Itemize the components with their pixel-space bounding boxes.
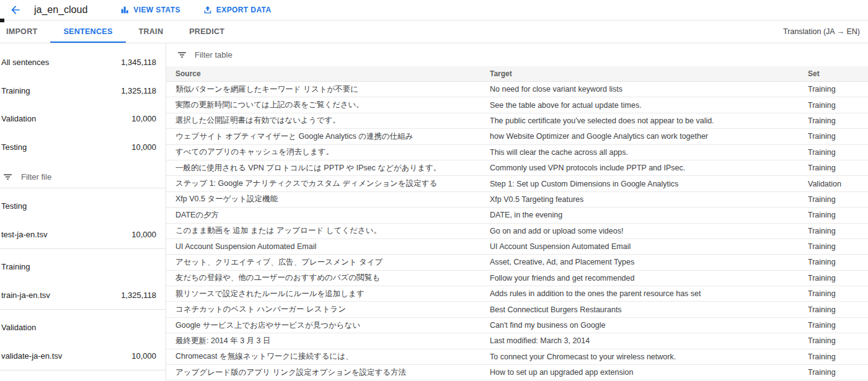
sidebar-file-list: Testingtest-ja-en.tsv10,000Trainingtrain…	[0, 188, 166, 370]
view-stats-button[interactable]: VIEW STATS	[120, 0, 180, 20]
table-row[interactable]: 一般的に使用される VPN プロトコルには PPTP や IPsec などがあり…	[166, 160, 868, 176]
source-cell: 友だちの登録や、他のユーザーのおすすめのバズの閲覧も	[175, 273, 490, 283]
file-name: validate-ja-en.tsv	[1, 351, 62, 361]
source-cell: Google サービス上でお店やサービスが見つからない	[175, 320, 490, 331]
filter-table-row	[166, 43, 868, 66]
table-row[interactable]: 類似パターンを網羅したキーワード リストが不要にNo need for clos…	[166, 82, 868, 97]
sidebar-section-validation: Validation	[0, 313, 166, 342]
target-cell: The public certificate you've selected d…	[490, 116, 808, 125]
sidebar-file-test-ja-en-tsv[interactable]: test-ja-en.tsv10,000	[0, 221, 166, 249]
sidebar-section-testing: Testing	[0, 192, 166, 221]
set-cell: Training	[808, 148, 868, 157]
source-cell: アセット、クリエイティブ、広告、プレースメント タイプ	[175, 257, 490, 268]
sidebar-stats: All sentences1,345,118Training1,325,118V…	[0, 48, 166, 161]
table-row[interactable]: アセット、クリエイティブ、広告、プレースメント タイプAsset, Creati…	[166, 255, 868, 270]
file-group-validation: Validationvalidate-ja-en.tsv10,000	[0, 310, 166, 370]
set-cell: Training	[808, 227, 868, 235]
table-row[interactable]: アップグレード版のアプリ リンク設定オプションを設定する方法How to set…	[166, 365, 868, 380]
set-cell: Validation	[808, 180, 868, 188]
source-cell: 親リソースで設定されたルールにルールを追加します	[175, 289, 490, 299]
sidebar-stat-validation[interactable]: Validation10,000	[0, 105, 166, 133]
automl-dataset-page: ja_en_cloud VIEW STATS EXPORT DATA	[0, 0, 868, 381]
target-cell: How to set up an upgraded app extension	[490, 368, 808, 377]
target-cell: Best Connecticut Burgers Restaurants	[490, 305, 808, 314]
page-title: ja_en_cloud	[34, 4, 87, 15]
source-cell: 最終更新: 2014 年 3 月 3 日	[175, 336, 490, 346]
source-cell: アップグレード版のアプリ リンク設定オプションを設定する方法	[175, 367, 490, 378]
filter-table-input[interactable]	[195, 50, 868, 59]
set-cell: Training	[808, 274, 868, 282]
table-row[interactable]: ステップ 1: Google アナリティクスでカスタム ディメンションを設定する…	[166, 176, 868, 191]
file-count: 10,000	[131, 230, 156, 239]
target-cell: No need for close variant keyword lists	[490, 85, 808, 94]
target-cell: To connect your Chromecast to your wirel…	[490, 353, 808, 361]
stat-label: Testing	[1, 142, 27, 152]
target-cell: Follow your friends and get recommended	[490, 274, 808, 282]
sidebar-section-training: Training	[0, 253, 166, 281]
table-row[interactable]: UI Account Suspension Automated EmailUI …	[166, 239, 868, 255]
target-cell: Last modified: March 3, 2014	[490, 336, 808, 345]
table-row[interactable]: DATEの夕方DATE, in the eveningTraining	[166, 208, 868, 223]
target-cell: Commonly used VPN protocols include PPTP…	[490, 164, 808, 172]
set-cell: Training	[808, 258, 868, 266]
source-cell: DATEの夕方	[175, 210, 490, 221]
stat-count: 10,000	[131, 142, 156, 152]
tab-bar: IMPORTSENTENCESTRAINPREDICT Translation …	[0, 20, 868, 43]
export-data-button[interactable]: EXPORT DATA	[203, 0, 272, 20]
file-group-testing: Testingtest-ja-en.tsv10,000	[0, 188, 166, 249]
tab-predict[interactable]: PREDICT	[176, 20, 237, 43]
table-row[interactable]: 実際の更新時間については上記の表をご覧ください。See the table ab…	[166, 97, 868, 113]
file-group-training: Trainingtrain-ja-en.tsv1,325,118	[0, 249, 166, 310]
tab-list: IMPORTSENTENCESTRAINPREDICT	[0, 20, 237, 43]
source-cell: 一般的に使用される VPN プロトコルには PPTP や IPsec などがあり…	[175, 163, 490, 173]
stat-count: 10,000	[131, 114, 156, 123]
filter-icon	[177, 50, 187, 60]
source-cell: 実際の更新時間については上記の表をご覧ください。	[175, 100, 490, 110]
table-row[interactable]: Google サービス上でお店やサービスが見つからないCan't find my…	[166, 318, 868, 333]
section-label: Testing	[1, 201, 27, 211]
sidebar-stat-all-sentences[interactable]: All sentences1,345,118	[0, 48, 166, 77]
target-cell: See the table above for actual update ti…	[490, 101, 808, 110]
table-row[interactable]: 選択した公開証明書は有効ではないようです。The public certific…	[166, 113, 868, 129]
file-count: 1,325,118	[121, 291, 156, 300]
set-cell: Training	[808, 195, 868, 204]
table-row[interactable]: Xfp V0.5 ターゲット設定機能Xfp V0.5 Targeting fea…	[166, 192, 868, 208]
source-cell: コネチカットのベスト ハンバーガー レストラン	[175, 304, 490, 315]
set-cell: Training	[808, 164, 868, 172]
content-area: All sentences1,345,118Training1,325,118V…	[0, 43, 868, 381]
source-cell: 選択した公開証明書は有効ではないようです。	[175, 115, 490, 126]
set-cell: Training	[808, 242, 868, 251]
sidebar-file-train-ja-en-tsv[interactable]: train-ja-en.tsv1,325,118	[0, 281, 166, 310]
set-cell: Training	[808, 305, 868, 314]
table-row[interactable]: すべてのアプリのキャッシュを消去します。This will clear the …	[166, 145, 868, 160]
file-name: train-ja-en.tsv	[1, 291, 50, 300]
set-cell: Training	[808, 116, 868, 125]
table-row[interactable]: 最終更新: 2014 年 3 月 3 日Last modified: March…	[166, 333, 868, 349]
table-row[interactable]: Chromecast を無線ネットワークに接続するには、To connect y…	[166, 349, 868, 365]
sidebar-stat-testing[interactable]: Testing10,000	[0, 133, 166, 162]
back-button[interactable]	[7, 2, 24, 18]
table-row[interactable]: このまま動画を 追加 または アップロード してください。Go on and a…	[166, 224, 868, 239]
section-label: Training	[1, 262, 30, 271]
source-cell: このまま動画を 追加 または アップロード してください。	[175, 226, 490, 236]
sidebar-stat-training[interactable]: Training1,325,118	[0, 77, 166, 105]
source-cell: Chromecast を無線ネットワークに接続するには、	[175, 351, 490, 362]
filter-file-input[interactable]	[21, 172, 166, 182]
table-row[interactable]: 親リソースで設定されたルールにルールを追加しますAdds rules in ad…	[166, 286, 868, 302]
set-cell: Training	[808, 85, 868, 94]
tab-sentences[interactable]: SENTENCES	[50, 20, 125, 43]
table-row[interactable]: コネチカットのベスト ハンバーガー レストランBest Connecticut …	[166, 302, 868, 317]
sidebar: All sentences1,345,118Training1,325,118V…	[0, 43, 166, 381]
tab-train[interactable]: TRAIN	[126, 20, 177, 43]
table-row[interactable]: ウェブサイト オプティマイザーと Google Analytics の連携の仕組…	[166, 129, 868, 144]
target-cell: UI Account Suspension Automated Email	[490, 242, 808, 251]
tab-import[interactable]: IMPORT	[0, 20, 50, 43]
target-cell: DATE, in the evening	[490, 211, 808, 219]
source-cell: 類似パターンを網羅したキーワード リストが不要に	[175, 84, 490, 95]
export-data-label: EXPORT DATA	[216, 6, 272, 14]
column-header-target: Target	[490, 69, 808, 78]
sidebar-file-validate-ja-en-tsv[interactable]: validate-ja-en.tsv10,000	[0, 342, 166, 370]
arrow-back-icon	[9, 4, 22, 16]
stat-count: 1,345,118	[121, 58, 156, 67]
table-row[interactable]: 友だちの登録や、他のユーザーのおすすめのバズの閲覧もFollow your fr…	[166, 271, 868, 286]
